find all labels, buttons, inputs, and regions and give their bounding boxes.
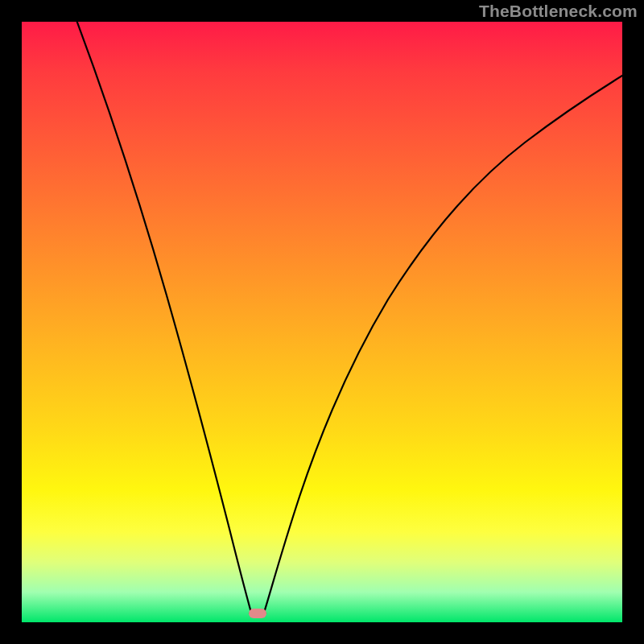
- chart-frame: TheBottleneck.com: [0, 0, 644, 644]
- optimum-marker: [249, 609, 266, 618]
- plot-area: [22, 22, 622, 622]
- watermark-text: TheBottleneck.com: [479, 2, 638, 21]
- curve-left: [74, 22, 251, 613]
- curve-right: [264, 76, 622, 613]
- bottleneck-curve: [22, 22, 622, 622]
